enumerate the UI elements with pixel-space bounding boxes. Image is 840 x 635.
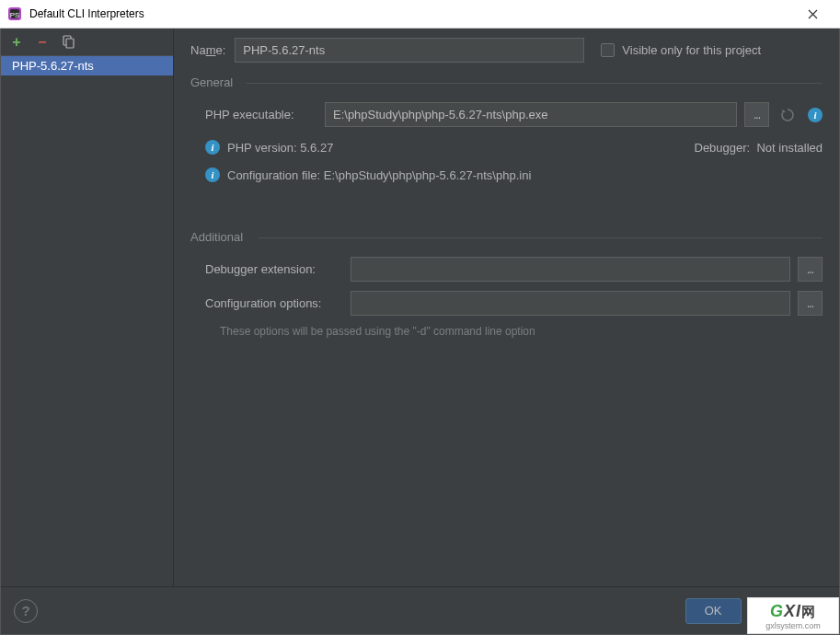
- info-icon: i: [205, 167, 220, 182]
- content-area: + − PHP-5.6.27-nts Name: Visible only fo…: [1, 29, 839, 586]
- watermark-line2: gxlsystem.com: [765, 621, 821, 630]
- config-file-row: i Configuration file: E:\phpStudy\php\ph…: [190, 167, 823, 182]
- list-toolbar: + −: [1, 29, 173, 56]
- debugger-status: Debugger: Not installed: [695, 141, 823, 155]
- executable-row: PHP executable: ... i: [190, 102, 823, 127]
- config-options-row: Configuration options: ...: [190, 291, 823, 316]
- visible-label: Visible only for this project: [622, 43, 761, 57]
- svg-rect-4: [66, 39, 74, 48]
- executable-input[interactable]: [325, 102, 737, 127]
- window-title: Default CLI Interpreters: [29, 7, 792, 20]
- close-button[interactable]: [792, 1, 833, 28]
- browse-executable-button[interactable]: ...: [744, 102, 769, 127]
- config-options-label: Configuration options:: [205, 296, 343, 310]
- config-file-text: Configuration file: E:\phpStudy\php\php-…: [227, 168, 531, 182]
- browse-debugger-ext-button[interactable]: ...: [798, 257, 823, 282]
- general-section-header: General: [190, 75, 823, 89]
- info-icon: i: [205, 140, 220, 155]
- svg-text:PS: PS: [10, 11, 20, 19]
- copy-interpreter-button[interactable]: [60, 34, 76, 51]
- additional-section-header: Additional: [190, 230, 823, 244]
- name-label: Name:: [190, 43, 225, 57]
- visible-checkbox[interactable]: [601, 43, 615, 57]
- add-interpreter-button[interactable]: +: [8, 34, 25, 51]
- debugger-extension-input[interactable]: [351, 257, 790, 282]
- watermark: GXI网 gxlsystem.com: [747, 597, 839, 634]
- name-input[interactable]: [235, 38, 584, 63]
- interpreter-list: PHP-5.6.27-nts: [1, 56, 173, 586]
- watermark-line1: GXI网: [770, 602, 816, 621]
- interpreter-list-item[interactable]: PHP-5.6.27-nts: [1, 56, 173, 75]
- config-options-input[interactable]: [351, 291, 790, 316]
- config-options-hint: These options will be passed using the "…: [220, 325, 823, 338]
- help-button[interactable]: ?: [14, 599, 38, 623]
- executable-label: PHP executable:: [205, 108, 317, 121]
- name-row: Name: Visible only for this project: [190, 38, 823, 63]
- visible-row: Visible only for this project: [601, 43, 761, 57]
- titlebar: PS Default CLI Interpreters: [0, 0, 840, 29]
- ok-button[interactable]: OK: [685, 598, 742, 624]
- details-panel: Name: Visible only for this project Gene…: [174, 29, 839, 586]
- dialog-body: + − PHP-5.6.27-nts Name: Visible only fo…: [0, 29, 840, 635]
- debugger-extension-row: Debugger extension: ...: [190, 257, 823, 282]
- interpreter-list-panel: + − PHP-5.6.27-nts: [1, 29, 174, 586]
- version-row: i PHP version: 5.6.27 Debugger: Not inst…: [190, 140, 823, 155]
- php-version-text: PHP version: 5.6.27: [227, 141, 333, 155]
- edit-config-options-button[interactable]: ...: [798, 291, 823, 316]
- dialog-footer: ? OK Cancel: [1, 586, 839, 634]
- reload-icon[interactable]: [777, 104, 799, 126]
- remove-interpreter-button[interactable]: −: [34, 34, 51, 51]
- debugger-extension-label: Debugger extension:: [205, 262, 343, 276]
- info-icon[interactable]: i: [808, 108, 823, 122]
- app-icon: PS: [7, 6, 22, 21]
